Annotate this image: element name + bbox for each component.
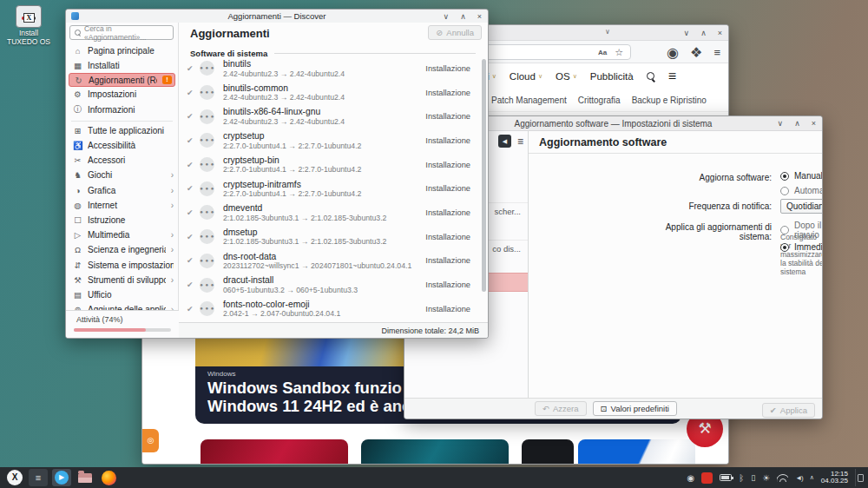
install-tuxedo-os-desktop-icon[interactable]: X Install TUXEDO OS: [3, 5, 54, 46]
sidebar-item-installati[interactable]: ▦Installati: [66, 58, 178, 73]
reset-button[interactable]: ↶ Azzera: [535, 401, 587, 416]
sidebar-item-istruzione[interactable]: ☐Istruzione: [66, 213, 178, 228]
search-icon[interactable]: [647, 72, 655, 81]
floating-side-tab[interactable]: ◎: [142, 429, 159, 452]
nav-item-pubblicit[interactable]: Pubblicità: [590, 71, 634, 82]
menu-hamburger-icon[interactable]: ≡: [713, 46, 720, 59]
bluetooth-icon[interactable]: ᛒ: [739, 473, 744, 483]
account-icon[interactable]: ◉: [667, 44, 679, 61]
package-row-binutils[interactable]: ✔● ● ●binutils2.42-4ubuntu2.3 → 2.42-4ub…: [179, 56, 481, 81]
package-row-dracut-install[interactable]: ✔● ● ●dracut-install060+5-1ubuntu3.2 → 0…: [179, 273, 481, 297]
package-row-cryptsetup-bin[interactable]: ✔● ● ●cryptsetup-bin2:2.7.0-1ubuntu4.1 →…: [179, 153, 481, 177]
translate-icon[interactable]: Aa: [598, 49, 607, 56]
sidebar-item-scienza-e-ingegneria[interactable]: ΩScienza e ingegneria›: [66, 242, 178, 257]
application-launcher-button[interactable]: X: [5, 469, 24, 486]
site-menu-icon[interactable]: ≡: [668, 69, 676, 84]
checkbox-checked-icon[interactable]: ✔: [187, 136, 198, 145]
tuxedo-control-center-button[interactable]: ≡: [29, 469, 48, 486]
discover-titlebar[interactable]: Aggiornamenti — Discover ∨ ∧ ×: [66, 10, 488, 23]
sidebar-item-sistema-e-impostazioni[interactable]: ⇵Sistema e impostazioni: [66, 257, 178, 272]
radio-immediately-label[interactable]: Immediatamente: [794, 242, 823, 252]
dolphin-task-button[interactable]: [76, 469, 95, 486]
minimize-button[interactable]: ∨: [684, 29, 690, 37]
radio-manual[interactable]: [780, 172, 789, 181]
defaults-button[interactable]: ⊡ Valori predefiniti: [593, 401, 677, 416]
expand-tray-icon[interactable]: ∧: [810, 474, 814, 481]
checkbox-checked-icon[interactable]: ✔: [187, 233, 198, 241]
checkbox-checked-icon[interactable]: ✔: [187, 256, 198, 265]
frequency-dropdown[interactable]: Quotidiana ∨: [780, 199, 823, 214]
article-thumbnail[interactable]: [578, 439, 695, 465]
package-row-dmsetup[interactable]: ✔● ● ●dmsetup2:1.02.185-3ubuntu3.1 → 2:1…: [179, 225, 481, 249]
sidebar-item-multimedia[interactable]: ▷Multimedia›: [66, 228, 178, 242]
minimize-button[interactable]: ∨: [778, 119, 784, 128]
radio-automatic-label[interactable]: Automaticamente: [794, 186, 823, 195]
sidebar-menu-icon[interactable]: ≡: [517, 135, 523, 148]
tab-list-chevron-icon[interactable]: ∨: [605, 28, 610, 36]
sidebar-item-informazioni[interactable]: ⓘInformazioni: [66, 102, 178, 117]
package-row-fonts-noto-color-emoji[interactable]: ✔● ● ●fonts-noto-color-emoji2.042-1 → 2.…: [179, 297, 481, 321]
sidebar-item-aggiunte-delle-applicazi[interactable]: ⊚Aggiunte delle applicazi...›: [66, 302, 178, 310]
brightness-icon[interactable]: ☀: [762, 473, 770, 483]
nav-item-os[interactable]: OS ∨: [556, 71, 577, 82]
checkbox-checked-icon[interactable]: ✔: [187, 161, 198, 169]
kdeconnect-icon[interactable]: ▯: [751, 473, 755, 482]
sidebar-item-accessibilit[interactable]: ♿Accessibilità: [66, 138, 178, 153]
maximize-button[interactable]: ∧: [460, 12, 466, 21]
sidebar-item-aggiornamenti-recuper[interactable]: ↻Aggiornamenti (Recuper...!: [69, 73, 175, 87]
radio-manual-label[interactable]: Manualmente: [794, 171, 823, 181]
discover-task-button[interactable]: ▶: [52, 469, 71, 486]
subnav-item-backup-e-ripristino[interactable]: Backup e Ripristino: [632, 96, 707, 105]
article-thumbnail[interactable]: [201, 439, 348, 465]
sidebar-item-internet[interactable]: ◍Internet›: [66, 198, 178, 213]
close-button[interactable]: ×: [812, 119, 816, 128]
package-row-cryptsetup[interactable]: ✔● ● ●cryptsetup2:2.7.0-1ubuntu4.1 → 2:2…: [179, 129, 481, 153]
package-row-cryptsetup-initramfs[interactable]: ✔● ● ●cryptsetup-initramfs2:2.7.0-1ubunt…: [179, 176, 481, 201]
sidebar-item-giochi[interactable]: ♞Giochi›: [66, 168, 178, 182]
sidebar-item-tutte-le-applicazioni[interactable]: ⊞Tutte le applicazioni: [66, 123, 178, 138]
minimize-button[interactable]: ∨: [444, 12, 450, 21]
checkbox-checked-icon[interactable]: ✔: [187, 112, 198, 121]
updates-tray-icon[interactable]: ◉: [687, 473, 694, 483]
package-row-dmeventd[interactable]: ✔● ● ●dmeventd2:1.02.185-3ubuntu3.1 → 2:…: [179, 201, 481, 225]
checkbox-checked-icon[interactable]: ✔: [187, 184, 198, 193]
cancel-button[interactable]: ⊘ Annulla: [428, 25, 482, 40]
checkbox-checked-icon[interactable]: ✔: [187, 64, 198, 73]
checkbox-checked-icon[interactable]: ✔: [187, 305, 198, 313]
radio-immediately[interactable]: [780, 243, 789, 252]
bookmark-star-icon[interactable]: ☆: [615, 48, 623, 57]
firefox-task-button[interactable]: [99, 469, 118, 486]
maximize-button[interactable]: ∧: [794, 119, 800, 128]
close-button[interactable]: ×: [718, 29, 722, 37]
sidebar-item-strumenti-di-sviluppo[interactable]: ⚒Strumenti di sviluppo›: [66, 273, 178, 287]
back-button[interactable]: ◀: [498, 135, 511, 148]
close-button[interactable]: ×: [477, 12, 482, 21]
battery-icon[interactable]: [720, 474, 732, 481]
wifi-icon[interactable]: [777, 473, 788, 482]
checkbox-checked-icon[interactable]: ✔: [187, 89, 198, 97]
sidebar-item-accessori[interactable]: ✂Accessori: [66, 153, 178, 168]
sidebar-item-pagina-principale[interactable]: ⌂Pagina principale: [66, 43, 178, 58]
search-input[interactable]: Cerca in «Aggiornamenti»...: [69, 25, 174, 40]
clock[interactable]: 12:15 04.03.25: [821, 471, 848, 485]
package-row-dns-root-data[interactable]: ✔● ● ●dns-root-data2023112702~willsync1 …: [179, 249, 481, 274]
scrollbar-thumb[interactable]: [482, 59, 486, 292]
volume-icon[interactable]: ◄): [795, 474, 803, 482]
show-desktop-button[interactable]: [855, 469, 865, 486]
subnav-item-crittografia[interactable]: Crittografia: [578, 96, 621, 105]
tuxedo-tray-icon[interactable]: [701, 472, 713, 484]
article-thumbnail[interactable]: [361, 439, 509, 465]
package-row-binutils-x86-64-linux-gnu[interactable]: ✔● ● ●binutils-x86-64-linux-gnu2.42-4ubu…: [179, 104, 481, 129]
radio-automatic[interactable]: [780, 187, 789, 195]
maximize-button[interactable]: ∧: [700, 29, 707, 37]
nav-item-cloud[interactable]: Cloud ∨: [510, 71, 542, 82]
sidebar-item-ufficio[interactable]: ▤Ufficio: [66, 287, 178, 302]
sidebar-item-impostazioni[interactable]: ⚙Impostazioni: [66, 87, 178, 102]
checkbox-checked-icon[interactable]: ✔: [187, 208, 198, 217]
package-row-binutils-common[interactable]: ✔● ● ●binutils-common2.42-4ubuntu2.3 → 2…: [179, 81, 481, 105]
extensions-icon[interactable]: ❖: [690, 44, 702, 61]
sidebar-item-grafica[interactable]: ◑Grafica›: [66, 183, 178, 198]
article-thumbnail[interactable]: [522, 439, 574, 465]
apply-button[interactable]: ✔ Applica: [762, 403, 815, 418]
subnav-item-patch-management[interactable]: Patch Management: [491, 96, 567, 105]
